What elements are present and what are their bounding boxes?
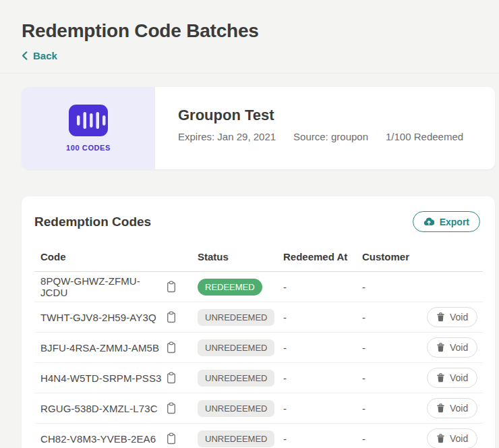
- codes-table-body: 8PQW-GHWZ-ZFMU-JCDU REDEEMED -: [34, 272, 483, 448]
- void-label: Void: [450, 433, 468, 444]
- void-button[interactable]: Void: [427, 368, 477, 388]
- codes-count-label: 100 CODES: [66, 144, 111, 152]
- table-row: BJFU-4RSA-ZMMJ-AM5B UNREDEEMED: [34, 333, 483, 363]
- status-badge: UNREDEEMED: [198, 430, 274, 447]
- customer-value: -: [356, 393, 421, 424]
- redeemed-at-value: -: [277, 302, 356, 333]
- col-header-status: Status: [192, 251, 277, 272]
- redeemed-at-value: -: [277, 424, 356, 448]
- clipboard-icon[interactable]: [167, 311, 176, 323]
- codes-card-title: Redemption Codes: [34, 215, 151, 229]
- code-value: RGUG-538D-XMZL-L73C: [40, 403, 167, 414]
- customer-value: -: [356, 333, 421, 363]
- batch-card-details: Groupon Test Expires: Jan 29, 2021 Sourc…: [155, 87, 495, 169]
- clipboard-icon[interactable]: [167, 341, 176, 354]
- trash-icon: [436, 373, 445, 383]
- customer-value: -: [356, 302, 421, 333]
- trash-icon: [436, 343, 445, 352]
- status-badge: UNREDEEMED: [198, 400, 274, 417]
- barcode-icon: [69, 105, 108, 136]
- customer-value: -: [356, 363, 421, 393]
- batch-card[interactable]: 100 CODES Groupon Test Expires: Jan 29, …: [22, 87, 495, 169]
- status-badge: UNREDEEMED: [198, 339, 274, 356]
- void-label: Void: [450, 372, 468, 383]
- trash-icon: [436, 434, 445, 443]
- cloud-upload-icon: [423, 217, 434, 226]
- status-badge: UNREDEEMED: [198, 309, 274, 326]
- status-badge: UNREDEEMED: [198, 370, 274, 387]
- chevron-left-icon: [22, 51, 28, 60]
- clipboard-icon[interactable]: [167, 281, 176, 293]
- col-header-code: Code: [34, 251, 192, 272]
- customer-value: -: [356, 272, 421, 302]
- clipboard-icon[interactable]: [167, 432, 176, 445]
- batch-card-icon-panel: 100 CODES: [22, 87, 155, 169]
- batch-meta: Expires: Jan 29, 2021 Source: groupon 1/…: [178, 131, 495, 142]
- void-label: Void: [450, 403, 468, 414]
- void-button[interactable]: Void: [427, 398, 477, 418]
- void-button[interactable]: Void: [427, 337, 477, 358]
- back-link[interactable]: Back: [22, 50, 57, 61]
- back-label: Back: [33, 50, 57, 61]
- batch-name: Groupon Test: [178, 107, 495, 124]
- code-value: CH82-V8M3-YVEB-2EA6: [40, 433, 167, 445]
- code-value: H4N4-W5TD-SRPM-PSS3: [40, 372, 167, 384]
- clipboard-icon[interactable]: [167, 372, 176, 384]
- table-header-row: Code Status Redeemed At Customer: [34, 251, 483, 272]
- table-row: TWHT-GJV8-2H59-AY3Q UNREDEEMED: [34, 302, 483, 333]
- code-value: TWHT-GJV8-2H59-AY3Q: [40, 312, 167, 323]
- code-value: 8PQW-GHWZ-ZFMU-JCDU: [40, 275, 167, 298]
- table-row: RGUG-538D-XMZL-L73C UNREDEEMED: [34, 393, 483, 424]
- redeemed-at-value: -: [277, 393, 356, 424]
- void-label: Void: [450, 312, 468, 323]
- col-header-actions: [421, 251, 483, 272]
- codes-table: Code Status Redeemed At Customer 8PQW-GH…: [34, 251, 483, 448]
- batch-redeemed-count: 1/100 Redeemed: [386, 131, 463, 142]
- batch-expires: Expires: Jan 29, 2021: [178, 131, 276, 142]
- col-header-customer: Customer: [356, 251, 421, 272]
- codes-card-header: Redemption Codes Export: [22, 196, 495, 232]
- code-value: BJFU-4RSA-ZMMJ-AM5B: [40, 342, 167, 354]
- void-button[interactable]: Void: [427, 307, 477, 327]
- header-divider: [0, 73, 499, 74]
- clipboard-icon[interactable]: [167, 402, 176, 414]
- col-header-redeemed-at: Redeemed At: [277, 251, 356, 272]
- redemption-codes-card: Redemption Codes Export Code Status Rede…: [22, 196, 495, 448]
- trash-icon: [436, 403, 445, 413]
- trash-icon: [436, 312, 445, 322]
- redeemed-at-value: -: [277, 272, 356, 302]
- export-label: Export: [440, 217, 469, 227]
- customer-value: -: [356, 424, 421, 448]
- redeemed-at-value: -: [277, 333, 356, 363]
- batch-source: Source: groupon: [293, 131, 368, 142]
- status-badge: REDEEMED: [198, 279, 262, 296]
- void-button[interactable]: Void: [427, 428, 477, 448]
- export-button[interactable]: Export: [413, 211, 480, 232]
- page-title: Redemption Code Batches: [22, 20, 499, 42]
- void-label: Void: [450, 342, 468, 353]
- redeemed-at-value: -: [277, 363, 356, 393]
- table-row: 8PQW-GHWZ-ZFMU-JCDU REDEEMED -: [34, 272, 483, 302]
- table-row: CH82-V8M3-YVEB-2EA6 UNREDEEMED: [34, 424, 483, 448]
- table-row: H4N4-W5TD-SRPM-PSS3 UNREDEEMED: [34, 363, 483, 393]
